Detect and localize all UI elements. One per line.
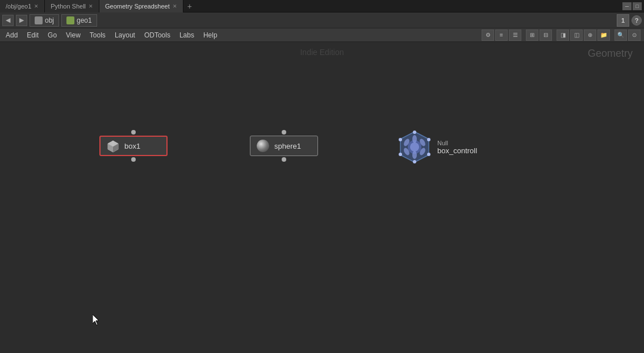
menu-add[interactable]: Add bbox=[1, 28, 22, 42]
tab-geometry-spreadsheet-label: Geometry Spreadsheet bbox=[105, 3, 170, 10]
null-node-body[interactable]: Null box_controll bbox=[398, 130, 477, 164]
node-sphere1[interactable]: sphere1 bbox=[250, 130, 318, 162]
obj-icon bbox=[35, 16, 43, 24]
svg-point-21 bbox=[399, 138, 402, 141]
null-info: Null box_controll bbox=[437, 140, 477, 155]
svg-marker-22 bbox=[93, 314, 99, 325]
toolbar-btn-settings[interactable]: ⚙ bbox=[482, 30, 494, 41]
toolbar-btn-grid2[interactable]: ⊟ bbox=[540, 30, 552, 41]
help-button[interactable]: ? bbox=[632, 15, 642, 26]
null-type-label: Null bbox=[437, 140, 477, 146]
menu-layout[interactable]: Layout bbox=[110, 28, 140, 42]
node-sphere1-body[interactable]: sphere1 bbox=[250, 136, 318, 156]
tab-geo1[interactable]: /obj/geo1 ✕ bbox=[0, 0, 45, 12]
cursor-svg bbox=[93, 314, 101, 326]
node-sphere1-label: sphere1 bbox=[274, 142, 301, 150]
null-hexagon-svg bbox=[398, 130, 432, 164]
tab-python-shell-close[interactable]: ✕ bbox=[89, 3, 93, 9]
toolbar-btn-list2[interactable]: ☰ bbox=[509, 30, 521, 41]
svg-point-16 bbox=[413, 131, 416, 134]
tab-controls: ─ □ bbox=[622, 2, 644, 10]
path-obj-label: obj bbox=[45, 16, 54, 24]
svg-point-19 bbox=[413, 160, 416, 163]
toolbar-btn-settings2[interactable]: ⊙ bbox=[628, 30, 641, 41]
menu-view[interactable]: View bbox=[61, 28, 85, 42]
cursor-indicator bbox=[93, 314, 101, 328]
toolbar-btn-folder[interactable]: 📁 bbox=[597, 30, 610, 41]
back-button[interactable]: ◀ bbox=[2, 15, 14, 26]
menu-odtools[interactable]: ODTools bbox=[140, 28, 175, 42]
tab-maximize-button[interactable]: □ bbox=[633, 2, 642, 10]
forward-button[interactable]: ▶ bbox=[16, 15, 27, 26]
tab-minimize-button[interactable]: ─ bbox=[622, 2, 632, 10]
tab-python-shell-label: Python Shell bbox=[51, 3, 86, 10]
tab-geometry-spreadsheet[interactable]: Geometry Spreadsheet ✕ bbox=[99, 0, 183, 12]
node-null[interactable]: Null box_controll bbox=[398, 130, 477, 164]
node-box1[interactable]: box1 bbox=[99, 130, 168, 162]
tab-geo1-close[interactable]: ✕ bbox=[34, 3, 39, 9]
cube-svg bbox=[106, 138, 120, 153]
tab-geo1-label: /obj/geo1 bbox=[6, 3, 31, 10]
tab-add-button[interactable]: + bbox=[183, 0, 196, 12]
svg-point-17 bbox=[427, 138, 430, 141]
tab-geometry-spreadsheet-close[interactable]: ✕ bbox=[173, 3, 177, 9]
canvas-area[interactable]: Indie Edition Geometry box1 bbox=[0, 42, 644, 353]
path-geo1-label: geo1 bbox=[77, 16, 92, 24]
menu-edit[interactable]: Edit bbox=[22, 28, 43, 42]
tab-bar: /obj/geo1 ✕ Python Shell ✕ Geometry Spre… bbox=[0, 0, 644, 12]
node-box1-connector-bottom[interactable] bbox=[131, 157, 136, 162]
toolbar-btn-split2[interactable]: ◫ bbox=[570, 30, 583, 41]
menu-tools[interactable]: Tools bbox=[85, 28, 110, 42]
geo-label: Geometry bbox=[588, 48, 633, 60]
svg-point-18 bbox=[427, 153, 430, 156]
toolbar-right: ⚙ ≡ ☰ ⊞ ⊟ ◨ ◫ ⊕ 📁 🔍 ⊙ bbox=[482, 30, 643, 41]
sphere-svg bbox=[257, 140, 269, 152]
menu-bar: Add Edit Go View Tools Layout ODTools La… bbox=[0, 28, 644, 42]
menu-go[interactable]: Go bbox=[43, 28, 61, 42]
tab-python-shell[interactable]: Python Shell ✕ bbox=[45, 0, 99, 12]
null-name-label: box_controll bbox=[437, 146, 477, 155]
node-box1-icon bbox=[105, 138, 121, 154]
toolbar-btn-grid1[interactable]: ⊞ bbox=[526, 30, 538, 41]
svg-point-10 bbox=[412, 135, 417, 143]
svg-point-20 bbox=[399, 153, 402, 156]
toolbar-btn-layer[interactable]: ⊕ bbox=[584, 30, 596, 41]
svg-point-9 bbox=[410, 142, 419, 152]
node-box1-label: box1 bbox=[124, 142, 140, 150]
toolbar-btn-search[interactable]: 🔍 bbox=[614, 30, 627, 41]
path-right: 1 ? bbox=[617, 14, 642, 27]
toolbar-btn-list1[interactable]: ≡ bbox=[495, 30, 508, 41]
watermark: Indie Edition bbox=[300, 48, 344, 57]
node-box1-body[interactable]: box1 bbox=[99, 136, 168, 156]
path-bar: ◀ ▶ obj geo1 1 ? bbox=[0, 12, 644, 28]
node-sphere1-connector-bottom[interactable] bbox=[282, 157, 286, 162]
node-sphere1-connector-top[interactable] bbox=[282, 130, 286, 135]
toolbar-btn-split1[interactable]: ◨ bbox=[557, 30, 569, 41]
geo1-icon bbox=[66, 16, 74, 24]
node-counter: 1 bbox=[617, 14, 629, 27]
node-sphere1-icon bbox=[255, 138, 271, 154]
node-box1-connector-top[interactable] bbox=[131, 130, 136, 135]
menu-labs[interactable]: Labs bbox=[175, 28, 199, 42]
menu-help[interactable]: Help bbox=[199, 28, 222, 42]
null-icon bbox=[398, 130, 432, 164]
path-geo1-segment[interactable]: geo1 bbox=[61, 14, 97, 27]
svg-point-11 bbox=[412, 151, 417, 159]
path-obj-segment[interactable]: obj bbox=[30, 14, 59, 27]
